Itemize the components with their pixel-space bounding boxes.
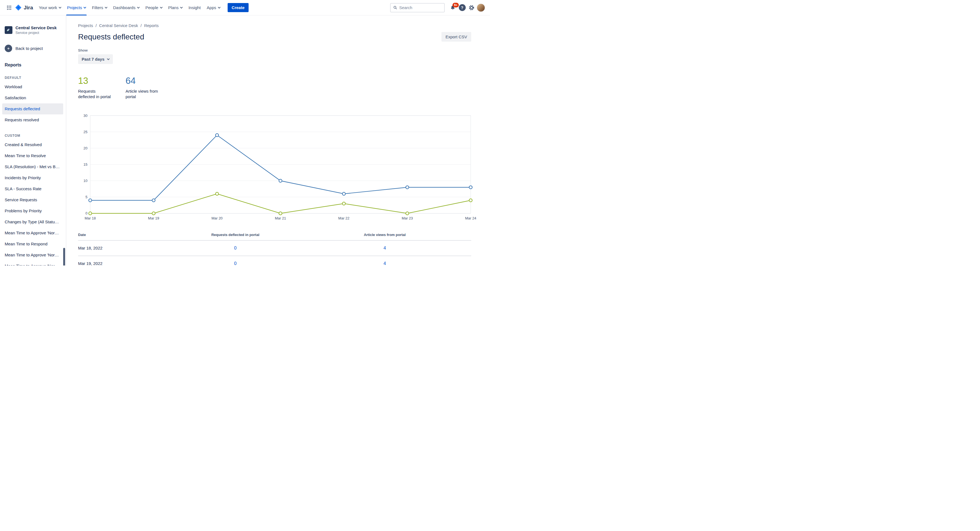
cell-requests-deflected-link[interactable]: 0 (234, 261, 237, 266)
deflection-line-chart: 051015202530Mar 18Mar 19Mar 20Mar 21Mar … (78, 114, 471, 222)
project-type: Service project (16, 31, 57, 35)
help-icon (459, 4, 466, 11)
sidebar-item-created-resolved[interactable]: Created & Resolved (2, 139, 63, 150)
nav-filters[interactable]: Filters (89, 0, 110, 16)
breadcrumb-separator: / (140, 23, 142, 28)
stat-requests-deflected: 13 Requests deflected in portal (78, 76, 118, 100)
notifications-button[interactable]: 9+ (448, 3, 457, 13)
chevron-down-icon (105, 6, 108, 8)
nav-filters-label: Filters (92, 5, 103, 10)
chevron-down-icon (137, 6, 140, 8)
sidebar-item-satisfaction[interactable]: Satisfaction (2, 92, 63, 103)
back-to-project-link[interactable]: Back to project (2, 45, 63, 52)
jira-logo[interactable]: Jira (15, 4, 33, 11)
column-header-date: Date (78, 233, 172, 240)
back-arrow-icon (5, 45, 12, 52)
sidebar-item-mean-time-to-resolve[interactable]: Mean Time to Resolve (2, 150, 63, 161)
svg-text:Mar 18: Mar 18 (85, 216, 96, 220)
sidebar-item-sla-success-rate[interactable]: SLA - Success Rate (2, 183, 63, 194)
gear-icon (468, 5, 475, 11)
svg-text:25: 25 (84, 130, 88, 134)
sidebar-item-service-requests[interactable]: Service Requests (2, 194, 63, 205)
main-content: Projects / Central Service Desk / Report… (66, 16, 490, 265)
top-navigation: Jira Your work Projects Filters Dashboar… (0, 0, 490, 16)
date-range-select[interactable]: Past 7 days (78, 54, 113, 64)
nav-insight-label: Insight (188, 5, 200, 10)
sidebar-item-mean-time-to-approve-normal-2[interactable]: Mean Time to Approve 'Norm… (2, 249, 63, 260)
project-sidebar: Central Service Desk Service project Bac… (0, 16, 66, 265)
svg-text:Mar 21: Mar 21 (275, 216, 286, 220)
export-csv-button[interactable]: Export CSV (441, 32, 471, 42)
group-title-custom: CUSTOM (2, 134, 63, 138)
breadcrumb-reports[interactable]: Reports (144, 23, 159, 28)
search-box[interactable] (390, 3, 445, 13)
cell-date: Mar 19, 2022 (78, 256, 172, 266)
svg-text:Mar 22: Mar 22 (338, 216, 349, 220)
line-chart-canvas: 051015202530Mar 18Mar 19Mar 20Mar 21Mar … (78, 114, 471, 222)
nav-plans-label: Plans (168, 5, 179, 10)
svg-text:10: 10 (84, 179, 88, 183)
profile-button[interactable] (476, 3, 485, 13)
project-avatar (5, 26, 13, 34)
stat-article-views-value: 64 (126, 76, 166, 85)
svg-text:30: 30 (84, 113, 88, 117)
sidebar-item-changes-by-type[interactable]: Changes by Type (All Statuses) (2, 216, 63, 227)
nav-plans[interactable]: Plans (165, 0, 186, 16)
breadcrumb: Projects / Central Service Desk / Report… (78, 23, 471, 28)
sidebar-item-workload[interactable]: Workload (2, 81, 63, 92)
show-filter: Show Past 7 days (78, 48, 471, 64)
chevron-down-icon (218, 6, 220, 8)
sidebar-item-mean-time-to-approve-normal-3[interactable]: Mean Time to Approve 'Norm… (2, 260, 63, 265)
chevron-down-icon (160, 6, 162, 8)
app-switcher-icon (6, 5, 12, 11)
settings-button[interactable] (467, 3, 476, 13)
breadcrumb-central-service-desk[interactable]: Central Service Desk (99, 23, 138, 28)
help-button[interactable] (457, 3, 467, 13)
column-header-requests-deflected: Requests deflected in portal (172, 233, 298, 240)
chevron-down-icon (59, 6, 62, 8)
nav-insight[interactable]: Insight (185, 0, 204, 16)
sidebar-item-requests-resolved[interactable]: Requests resolved (2, 114, 63, 125)
column-header-article-views: Article views from portal (298, 233, 471, 240)
chevron-down-icon (107, 57, 110, 60)
nav-apps-label: Apps (207, 5, 216, 10)
project-header: Central Service Desk Service project (2, 25, 63, 35)
nav-dashboards[interactable]: Dashboards (110, 0, 142, 16)
breadcrumb-projects[interactable]: Projects (78, 23, 93, 28)
svg-text:Mar 19: Mar 19 (148, 216, 159, 220)
sidebar-heading: Reports (2, 63, 63, 68)
sidebar-scrollbar[interactable] (63, 248, 65, 265)
report-table: Date Requests deflected in portal Articl… (78, 233, 471, 266)
stat-requests-deflected-label: Requests deflected in portal (78, 89, 113, 100)
show-label: Show (78, 48, 471, 52)
nav-your-work-label: Your work (39, 5, 57, 10)
cell-article-views-link[interactable]: 4 (383, 246, 386, 250)
chevron-down-icon (180, 6, 183, 8)
nav-apps[interactable]: Apps (204, 0, 223, 16)
cell-requests-deflected-link[interactable]: 0 (234, 246, 237, 250)
nav-projects[interactable]: Projects (64, 0, 89, 16)
stat-article-views: 64 Article views from portal (126, 76, 166, 100)
nav-people[interactable]: People (142, 0, 165, 16)
breadcrumb-separator: / (95, 23, 97, 28)
nav-your-work[interactable]: Your work (36, 0, 64, 16)
search-input[interactable] (399, 5, 442, 10)
sidebar-item-requests-deflected[interactable]: Requests deflected (2, 103, 63, 114)
app-switcher-button[interactable] (5, 3, 14, 13)
svg-text:Mar 24: Mar 24 (465, 216, 476, 220)
sidebar-item-incidents-by-priority[interactable]: Incidents by Priority (2, 172, 63, 183)
search-icon (393, 5, 397, 10)
sidebar-item-problems-by-priority[interactable]: Problems by Priority (2, 205, 63, 216)
nav-dashboards-label: Dashboards (113, 5, 135, 10)
group-title-default: DEFAULT (2, 76, 63, 80)
summary-stats: 13 Requests deflected in portal 64 Artic… (78, 76, 471, 100)
back-to-project-label: Back to project (16, 46, 43, 51)
title-row: Requests deflected Export CSV (78, 32, 471, 42)
chevron-down-icon (84, 6, 86, 8)
sidebar-item-mean-time-to-approve-normal-1[interactable]: Mean Time to Approve 'Norm… (2, 227, 63, 238)
create-button[interactable]: Create (228, 3, 249, 12)
sidebar-item-mean-time-to-respond[interactable]: Mean Time to Respond (2, 238, 63, 249)
sidebar-item-sla-resolution-met-vs-breached[interactable]: SLA (Resolution) - Met vs Bre… (2, 161, 63, 172)
cell-article-views-link[interactable]: 4 (383, 261, 386, 266)
nav-people-label: People (145, 5, 158, 10)
